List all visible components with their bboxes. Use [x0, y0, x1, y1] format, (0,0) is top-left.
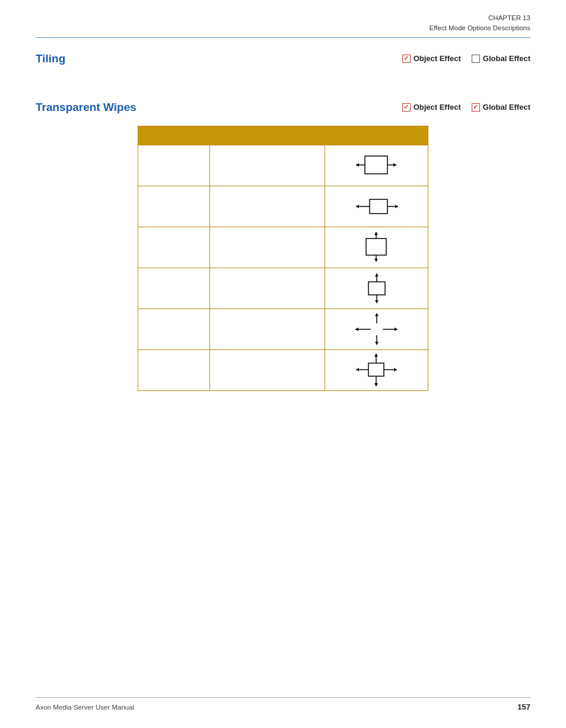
footer-left-text: Axon Media Server User Manual: [36, 704, 134, 711]
svg-marker-33: [394, 368, 397, 371]
diagram-5: [327, 311, 425, 347]
svg-rect-29: [368, 363, 384, 376]
transparent-wipes-global-effect-label: Global Effect: [483, 103, 530, 112]
svg-rect-10: [366, 239, 386, 255]
tiling-title: Tiling: [36, 52, 65, 65]
svg-marker-14: [374, 259, 378, 262]
transparent-wipes-object-effect-badge: Object Effect: [402, 103, 461, 112]
table-cell-middle-6: [209, 349, 325, 390]
transparent-wipes-global-effect-checkbox: [472, 103, 480, 112]
svg-marker-2: [356, 163, 359, 167]
diagram-2: [327, 189, 425, 224]
diagram-3: [327, 230, 425, 265]
footer-page-number: 157: [517, 702, 530, 711]
tiling-object-effect-badge: Object Effect: [402, 54, 461, 63]
diagram-svg-4: [353, 271, 400, 306]
table-row: [138, 309, 428, 349]
diagram-svg-6: [353, 351, 400, 389]
tiling-section-header: Tiling Object Effect Global Effect: [36, 52, 530, 65]
table-cell-left-5: [138, 309, 210, 349]
table-cell-left-1: [138, 145, 210, 186]
transparent-wipes-object-effect-checkbox: [402, 103, 411, 112]
table-row: [138, 349, 428, 390]
table-header-row: [138, 126, 428, 145]
table-cell-middle-3: [209, 227, 325, 268]
tiling-badges: Object Effect Global Effect: [402, 54, 530, 63]
tiling-global-effect-label: Global Effect: [483, 54, 530, 63]
table-row: [138, 145, 428, 186]
table-cell-diagram-4: [325, 268, 428, 309]
diagram-svg-5: [353, 311, 400, 348]
svg-marker-27: [375, 342, 379, 345]
tiling-section: Tiling Object Effect Global Effect: [36, 52, 530, 65]
wipes-table: [138, 126, 428, 391]
diagram-4: [327, 271, 425, 306]
transparent-wipes-global-effect-badge: Global Effect: [472, 103, 530, 112]
svg-marker-25: [375, 313, 379, 316]
svg-marker-31: [356, 368, 359, 371]
table-row: [138, 268, 428, 309]
svg-marker-37: [374, 383, 378, 386]
table-cell-diagram-5: [325, 309, 428, 349]
table-cell-middle-1: [209, 145, 325, 186]
diagram-1: [327, 148, 425, 183]
tiling-object-effect-checkbox: [402, 55, 411, 63]
table-cell-left-3: [138, 227, 210, 268]
svg-rect-15: [368, 282, 385, 295]
svg-marker-19: [375, 300, 379, 303]
svg-marker-7: [356, 205, 359, 208]
table-cell-diagram-6: [325, 349, 428, 390]
transparent-wipes-section-header: Transparent Wipes Object Effect Global E…: [36, 101, 530, 114]
table-cell-left-2: [138, 186, 210, 227]
transparent-wipes-object-effect-label: Object Effect: [414, 103, 461, 112]
svg-marker-12: [374, 232, 378, 235]
svg-marker-17: [375, 274, 379, 276]
svg-marker-23: [395, 328, 398, 331]
diagram-6: [327, 352, 425, 388]
transparent-wipes-title: Transparent Wipes: [36, 101, 136, 114]
svg-marker-4: [393, 163, 396, 167]
table-cell-middle-5: [209, 309, 325, 349]
page-footer: Axon Media Server User Manual 157: [36, 697, 530, 711]
chapter-title: CHAPTER 13 Effect Mode Options Descripti…: [36, 13, 530, 34]
svg-marker-9: [395, 205, 398, 208]
page-container: CHAPTER 13 Effect Mode Options Descripti…: [0, 0, 566, 728]
table-row: [138, 227, 428, 268]
tiling-object-effect-label: Object Effect: [414, 54, 461, 63]
table-row: [138, 186, 428, 227]
tiling-global-effect-badge: Global Effect: [472, 54, 530, 63]
table-cell-diagram-2: [325, 186, 428, 227]
svg-rect-0: [365, 156, 387, 174]
diagram-svg-3: [353, 230, 400, 265]
transparent-wipes-badges: Object Effect Global Effect: [402, 103, 530, 112]
table-cell-middle-2: [209, 186, 325, 227]
transparent-wipes-section: Transparent Wipes Object Effect Global E…: [36, 101, 530, 391]
table-cell-left-6: [138, 349, 210, 390]
chapter-subtitle: Effect Mode Options Descriptions: [430, 24, 530, 31]
svg-marker-35: [374, 354, 378, 357]
diagram-svg-1: [353, 150, 400, 181]
svg-rect-5: [370, 199, 387, 214]
table-cell-diagram-3: [325, 227, 428, 268]
svg-rect-28: [371, 323, 383, 335]
table-cell-diagram-1: [325, 145, 428, 186]
table-header-cell: [138, 126, 428, 145]
page-header: CHAPTER 13 Effect Mode Options Descripti…: [36, 0, 530, 38]
tiling-global-effect-checkbox: [472, 55, 480, 63]
svg-marker-21: [355, 328, 358, 331]
chapter-number: CHAPTER 13: [488, 14, 530, 21]
table-cell-middle-4: [209, 268, 325, 309]
table-cell-left-4: [138, 268, 210, 309]
diagram-svg-2: [353, 191, 400, 222]
